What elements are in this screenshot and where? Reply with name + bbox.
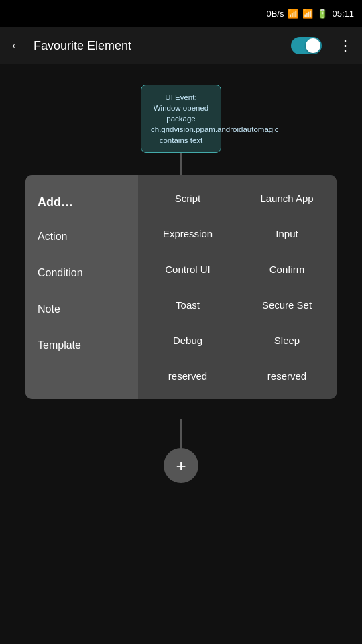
add-label: Add… (25, 186, 138, 219)
more-options-button[interactable]: ⋮ (338, 37, 353, 54)
grid-item-input[interactable]: Input (237, 216, 337, 252)
time-display: 05:11 (332, 9, 354, 19)
page-title: Favourite Element (34, 39, 282, 53)
top-bar: ← Favourite Element ⋮ (0, 27, 362, 64)
battery-icon: 🔋 (317, 9, 328, 19)
right-grid: Script Launch App Expression Input Contr… (138, 175, 337, 399)
grid-item-debug[interactable]: Debug (138, 323, 237, 358)
left-sidebar: Add… Action Condition Note Template (25, 175, 138, 399)
grid-item-launch-app[interactable]: Launch App (237, 180, 337, 216)
toggle-wrap[interactable] (291, 37, 322, 54)
wifi-icon: 📶 (288, 9, 298, 19)
popup-panel: Add… Action Condition Note Template Scri… (25, 175, 337, 399)
sidebar-item-template[interactable]: Template (25, 327, 138, 364)
signal-icon: 📶 (302, 9, 313, 19)
grid-item-secure-set[interactable]: Secure Set (237, 287, 337, 323)
grid-item-sleep[interactable]: Sleep (237, 323, 337, 358)
grid-item-control-ui[interactable]: Control UI (138, 252, 237, 287)
toggle-thumb (306, 38, 320, 53)
connector-bottom (180, 419, 182, 452)
event-node-text: UI Event: Window opened package ch.gridv… (151, 93, 279, 144)
grid-item-toast[interactable]: Toast (138, 287, 237, 323)
add-node-button[interactable]: + (164, 448, 198, 483)
event-node: UI Event: Window opened package ch.gridv… (141, 85, 221, 153)
canvas: UI Event: Window opened package ch.gridv… (0, 64, 362, 644)
grid-item-expression[interactable]: Expression (138, 216, 237, 252)
status-bar: 0B/s 📶 📶 🔋 05:11 (0, 0, 362, 27)
grid-item-confirm[interactable]: Confirm (237, 252, 337, 287)
sidebar-item-note[interactable]: Note (25, 291, 138, 327)
connector-top (180, 152, 182, 178)
back-button[interactable]: ← (9, 37, 24, 54)
enable-toggle[interactable] (291, 37, 322, 54)
grid-item-script[interactable]: Script (138, 180, 237, 216)
traffic-indicator: 0B/s (266, 9, 284, 19)
sidebar-item-condition[interactable]: Condition (25, 255, 138, 291)
grid-item-reserved-2[interactable]: reserved (237, 358, 337, 394)
grid-item-reserved-1[interactable]: reserved (138, 358, 237, 394)
sidebar-item-action[interactable]: Action (25, 219, 138, 255)
